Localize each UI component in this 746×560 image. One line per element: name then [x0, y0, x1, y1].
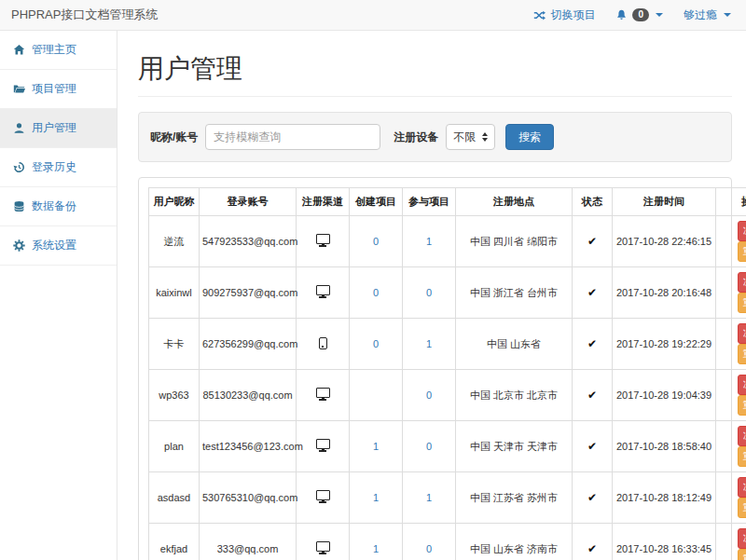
status-cell: ✔ [573, 216, 613, 267]
sidebar-item-users[interactable]: 用户管理 [0, 109, 117, 148]
created-projects-link[interactable]: 1 [373, 441, 379, 452]
home-icon [13, 44, 25, 56]
freeze-user-button[interactable]: 冻结用户 [738, 528, 746, 549]
search-button[interactable]: 搜索 [505, 124, 554, 150]
location-cell: 中国 江苏省 苏州市 [456, 472, 573, 524]
created-projects-cell [350, 370, 403, 421]
created-projects-cell: 0 [350, 319, 403, 370]
sidebar-item-login-history[interactable]: 登录历史 [0, 148, 117, 187]
column-header: 注册渠道 [297, 188, 350, 216]
table-header-row: 用户昵称登录账号注册渠道创建项目参与项目注册地点状态注册时间操作面板 [149, 188, 746, 216]
nickname-cell: 逆流 [149, 216, 200, 267]
user-menu[interactable]: 够过瘾 [684, 7, 731, 23]
created-projects-link[interactable]: 0 [373, 338, 379, 349]
column-header: 状态 [573, 188, 613, 216]
notifications-menu[interactable]: 0 [615, 8, 663, 21]
created-projects-cell: 1 [350, 421, 403, 472]
user-icon [13, 122, 25, 134]
sidebar-item-data-backup[interactable]: 数据备份 [0, 187, 117, 226]
actions-cell: 冻结用户重置密码 [716, 421, 746, 472]
reset-password-button[interactable]: 重置密码 [738, 549, 746, 560]
sidebar: 管理主页项目管理用户管理登录历史数据备份系统设置 [0, 31, 117, 560]
device-select[interactable]: 不限 [446, 124, 495, 150]
gear-icon [13, 239, 25, 252]
app-title: PHPRAP接口文档管理系统 [0, 7, 158, 23]
freeze-user-button[interactable]: 冻结用户 [738, 272, 746, 293]
actions-cell: 冻结用户重置密码 [716, 472, 746, 524]
freeze-user-button[interactable]: 冻结用户 [738, 375, 746, 395]
status-cell: ✔ [573, 421, 613, 472]
device-label: 注册设备 [394, 130, 438, 145]
joined-projects-link[interactable]: 1 [426, 236, 432, 247]
nickname-cell: wp363 [149, 370, 200, 421]
channel-cell [297, 421, 350, 472]
actions-cell: 冻结用户重置密码 [716, 319, 746, 370]
freeze-user-button[interactable]: 冻结用户 [738, 323, 746, 344]
switch-project-label: 切换项目 [550, 7, 595, 23]
nickname-cell: asdasd [149, 472, 200, 524]
reset-password-button[interactable]: 重置密码 [738, 446, 746, 467]
freeze-user-button[interactable]: 冻结用户 [738, 477, 746, 498]
switch-project-link[interactable]: 切换项目 [533, 7, 595, 23]
username-label: 够过瘾 [684, 7, 717, 23]
joined-projects-link[interactable]: 1 [426, 492, 432, 503]
table-row: asdasd530765310@qq.com11中国 江苏省 苏州市✔2017-… [149, 472, 746, 524]
reset-password-button[interactable]: 重置密码 [738, 498, 746, 518]
reset-password-button[interactable]: 重置密码 [738, 241, 746, 262]
folder-icon [13, 83, 25, 95]
joined-projects-link[interactable]: 0 [426, 441, 432, 452]
notification-badge: 0 [632, 8, 649, 21]
joined-projects-link[interactable]: 0 [426, 287, 432, 298]
sidebar-item-label: 数据备份 [32, 198, 76, 214]
status-cell: ✔ [573, 267, 613, 319]
status-check-icon: ✔ [587, 235, 597, 248]
reset-password-button[interactable]: 重置密码 [738, 344, 746, 364]
status-check-icon: ✔ [587, 440, 597, 453]
freeze-user-button[interactable]: 冻结用户 [738, 221, 746, 241]
desktop-icon [316, 541, 330, 552]
desktop-icon [316, 234, 330, 244]
sidebar-item-label: 登录历史 [32, 159, 76, 175]
table-row: plantest123456@123.com10中国 天津市 天津市✔2017-… [149, 421, 746, 472]
created-projects-link[interactable]: 1 [373, 543, 379, 554]
joined-projects-link[interactable]: 1 [426, 338, 432, 349]
sidebar-item-home[interactable]: 管理主页 [0, 31, 117, 70]
sidebar-item-projects[interactable]: 项目管理 [0, 70, 117, 109]
account-cell: 333@qq.com [200, 524, 297, 560]
joined-projects-link[interactable]: 0 [426, 389, 432, 401]
table-row: ekfjad333@qq.com10中国 山东省 济南市✔2017-10-28 … [149, 524, 746, 560]
joined-projects-cell: 0 [403, 421, 456, 472]
table-row: wp36385130233@qq.com0中国 北京市 北京市✔2017-10-… [149, 370, 746, 421]
created-projects-link[interactable]: 0 [373, 236, 379, 247]
sidebar-item-settings[interactable]: 系统设置 [0, 226, 117, 266]
reset-password-button[interactable]: 重置密码 [738, 395, 746, 416]
created-projects-link[interactable]: 1 [373, 492, 379, 503]
created-projects-link[interactable]: 0 [373, 287, 379, 298]
status-cell: ✔ [573, 319, 613, 370]
status-cell: ✔ [573, 370, 613, 421]
time-cell: 2017-10-28 22:46:15 [613, 216, 716, 267]
joined-projects-link[interactable]: 0 [426, 543, 432, 554]
freeze-user-button[interactable]: 冻结用户 [738, 426, 746, 446]
created-projects-cell: 1 [350, 472, 403, 524]
search-input[interactable] [205, 124, 380, 150]
reset-password-button[interactable]: 重置密码 [738, 293, 746, 313]
channel-cell [297, 524, 350, 560]
joined-projects-cell: 0 [403, 524, 456, 560]
column-header: 用户昵称 [149, 188, 200, 216]
location-cell: 中国 北京市 北京市 [456, 370, 573, 421]
search-panel: 昵称/账号 注册设备 不限 搜索 [138, 112, 732, 162]
time-cell: 2017-10-28 20:16:48 [613, 267, 716, 319]
column-header: 注册时间 [613, 188, 716, 216]
page-title: 用户管理 [138, 51, 732, 97]
select-arrows-icon [482, 132, 488, 142]
account-cell: 909275937@qq.com [200, 267, 297, 319]
column-header: 创建项目 [350, 188, 403, 216]
column-header: 注册地点 [456, 188, 573, 216]
account-cell: 85130233@qq.com [200, 370, 297, 421]
time-cell: 2017-10-28 19:22:29 [613, 319, 716, 370]
caret-down-icon [724, 13, 731, 17]
sidebar-item-label: 用户管理 [32, 120, 76, 136]
time-cell: 2017-10-28 16:33:45 [613, 524, 716, 560]
time-cell: 2017-10-28 18:58:40 [613, 421, 716, 472]
